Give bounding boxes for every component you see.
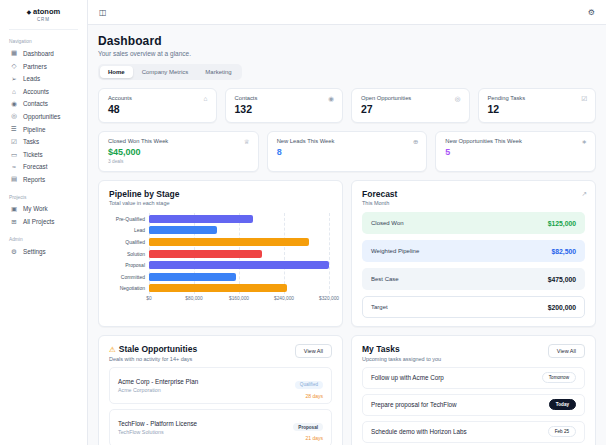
chart-bar — [149, 250, 262, 258]
chart-x-tick: $80,000 — [185, 296, 202, 301]
sidebar-item-settings[interactable]: ⚙ Settings — [9, 245, 78, 258]
sidebar-item-label: Opportunities — [23, 113, 60, 120]
stage-badge: Proposal — [293, 423, 323, 431]
task-title: Follow up with Acme Corp — [371, 374, 444, 381]
brand-name: atonom — [33, 7, 60, 16]
gear-icon[interactable]: ⚙ — [588, 8, 595, 17]
forecast-card: Forecast This Month ↗ Closed Won $125,00… — [351, 180, 596, 328]
sidebar-item-tickets[interactable]: ▭ Tickets — [9, 148, 78, 161]
stale-item-techflow[interactable]: TechFlow - Platform License TechFlow Sol… — [109, 409, 332, 445]
week-label: Closed Won This Week — [108, 138, 249, 144]
new-leads-card: New Leads This Week 8 ⊕ — [267, 131, 428, 172]
sidebar-item-forecast[interactable]: ≈ Forecast — [9, 161, 78, 173]
sidebar-item-dashboard[interactable]: ▦ Dashboard — [9, 47, 78, 60]
my-work-icon: ▣ — [10, 205, 18, 213]
brand-logo: ◆ atonom CRM — [9, 7, 78, 30]
chart-x-tick: $320,000 — [319, 296, 339, 301]
settings-icon: ⚙ — [10, 248, 18, 256]
chart-x-tick: $240,000 — [274, 296, 294, 301]
task-item-prepare-proposal[interactable]: Prepare proposal for TechFlow Today — [362, 394, 585, 416]
forecast-value: $125,000 — [548, 220, 576, 227]
week-label: New Opportunities This Week — [445, 138, 586, 144]
opportunities-icon: ◎ — [10, 112, 18, 120]
chart-x-axis: $0$80,000$160,000$240,000$320,000 — [149, 294, 329, 303]
page-subtitle: Your sales overview at a glance. — [98, 50, 596, 57]
task-item-schedule-demo[interactable]: Schedule demo with Horizon Labs Feb 25 — [362, 421, 585, 443]
chart-row: Committed — [109, 271, 332, 283]
tab-company-metrics[interactable]: Company Metrics — [134, 66, 197, 78]
dashboard-content: Dashboard Your sales overview at a glanc… — [88, 25, 606, 445]
sidebar-item-label: Tickets — [23, 151, 43, 158]
chart-title: Pipeline by Stage — [109, 189, 332, 199]
sidebar-item-reports[interactable]: ▤ Reports — [9, 173, 78, 186]
sidebar-item-my-work[interactable]: ▣ My Work — [9, 203, 78, 216]
sidebar-item-label: Leads — [23, 75, 40, 82]
tab-marketing[interactable]: Marketing — [197, 66, 239, 78]
my-tasks-card: My Tasks Upcoming tasks assigned to you … — [351, 335, 596, 445]
topbar: ◫ ⚙ — [88, 0, 606, 25]
task-item-follow-up[interactable]: Follow up with Acme Corp Tomorrow — [362, 367, 585, 389]
new-opportunities-card: New Opportunities This Week 5 ∗ — [435, 131, 596, 172]
sidebar-item-pipeline[interactable]: ☰ Pipeline — [9, 123, 78, 136]
tab-home[interactable]: Home — [100, 66, 133, 78]
tasks-title: My Tasks — [362, 344, 441, 354]
forecast-row-target: Target $200,000 — [362, 296, 585, 318]
kpi-row: Accounts 48 ⌂ Contacts 132 ◉ Open Opport… — [98, 88, 596, 123]
stale-view-all-button[interactable]: View All — [295, 344, 332, 358]
task-due-badge: Today — [549, 399, 576, 410]
stale-item-acme[interactable]: Acme Corp - Enterprise Plan Acme Corpora… — [109, 367, 332, 405]
chart-row: Proposal — [109, 259, 332, 271]
sidebar-item-all-projects[interactable]: ⊞ All Projects — [9, 215, 78, 228]
tasks-view-all-button[interactable]: View All — [548, 344, 585, 358]
kpi-label: Accounts — [108, 95, 207, 101]
sidebar-item-leads[interactable]: ➢ Leads — [9, 73, 78, 86]
sidebar-item-label: Reports — [23, 176, 45, 183]
chart-category-label: Solution — [109, 251, 149, 257]
forecast-subtitle: This Month — [362, 200, 585, 206]
chart-row: Solution — [109, 248, 332, 260]
kpi-label: Contacts — [235, 95, 334, 101]
chart-row: Lead — [109, 225, 332, 237]
task-title: Schedule demo with Horizon Labs — [371, 428, 467, 435]
tickets-icon: ▭ — [10, 151, 18, 159]
forecast-label: Weighted Pipeline — [371, 248, 419, 254]
sidebar-item-label: Tasks — [23, 138, 39, 145]
sidebar-item-tasks[interactable]: ☑ Tasks — [9, 135, 78, 148]
user-plus-icon: ⊕ — [413, 138, 418, 146]
sidebar-item-label: All Projects — [23, 218, 55, 225]
stale-days: 28 days — [295, 393, 323, 399]
forecast-title: Forecast — [362, 189, 585, 199]
dashboard-icon: ▦ — [10, 49, 18, 57]
dashboard-tabs: Home Company Metrics Marketing — [98, 64, 242, 80]
trend-up-icon: ↗ — [582, 190, 587, 198]
forecast-value: $475,000 — [548, 276, 576, 283]
chart-bar — [149, 284, 287, 292]
sidebar-item-label: Settings — [23, 248, 46, 255]
opportunity-company: TechFlow Solutions — [118, 429, 197, 435]
week-value: $45,000 — [108, 147, 249, 157]
forecast-label: Target — [371, 304, 388, 310]
sidebar-item-partners[interactable]: ◇ Partners — [9, 60, 78, 73]
sidebar-item-label: Accounts — [23, 88, 49, 95]
leads-icon: ➢ — [10, 75, 18, 83]
sidebar-item-contacts[interactable]: ◉ Contacts — [9, 97, 78, 110]
bottom-row: ⚠ Stale Opportunities Deals with no acti… — [98, 335, 596, 445]
panel-toggle-icon[interactable]: ◫ — [99, 8, 107, 17]
kpi-value: 48 — [108, 103, 207, 115]
chart-category-label: Pre-Qualified — [109, 216, 149, 222]
task-due-badge: Feb 25 — [548, 426, 576, 437]
sidebar-item-opportunities[interactable]: ◎ Opportunities — [9, 110, 78, 123]
kpi-card-open-opportunities: Open Opportunities 27 ◎ — [351, 88, 470, 123]
contacts-icon: ◉ — [10, 100, 18, 108]
kpi-card-pending-tasks: Pending Tasks 12 ☑ — [478, 88, 597, 123]
stale-days: 21 days — [293, 435, 323, 441]
chart-category-label: Qualified — [109, 239, 149, 245]
clipboard-icon: ☑ — [581, 95, 587, 103]
users-icon: ◉ — [328, 95, 334, 103]
forecast-label: Closed Won — [371, 220, 404, 226]
sidebar-item-accounts[interactable]: ⌂ Accounts — [9, 85, 78, 97]
chart-row: Negotiation — [109, 283, 332, 295]
sidebar-item-label: Contacts — [23, 100, 48, 107]
stale-title: Stale Opportunities — [119, 344, 197, 354]
forecast-label: Best Case — [371, 276, 399, 282]
